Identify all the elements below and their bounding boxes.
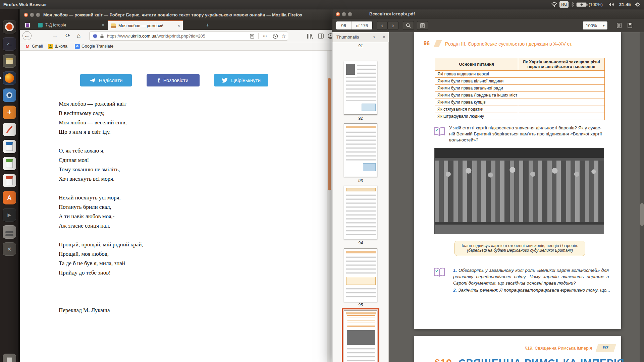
bluetooth-icon[interactable] xyxy=(571,2,574,7)
scrollbar-thumb[interactable] xyxy=(328,78,331,190)
volume-icon[interactable] xyxy=(608,2,614,7)
ubuntu-logo-icon xyxy=(5,22,14,31)
bookmark-gmail[interactable]: Gmail xyxy=(32,42,43,51)
battery-percent[interactable]: (100%) xyxy=(589,0,603,9)
close-sidebar-icon[interactable]: × xyxy=(383,32,385,42)
letter-a-icon: A xyxy=(7,194,12,201)
pinned-tab[interactable] xyxy=(25,23,30,27)
mini-photo xyxy=(347,330,375,345)
minimize-button[interactable] xyxy=(30,13,34,17)
telegram-share-button[interactable]: Надіслати xyxy=(80,74,132,86)
session-gear-icon[interactable] xyxy=(635,2,641,7)
dock-item-files[interactable] xyxy=(3,54,16,68)
reader-view-icon[interactable] xyxy=(250,34,254,39)
window-title: Всесвітня історія.pdf xyxy=(369,9,415,19)
pocket-icon[interactable] xyxy=(273,34,278,39)
poem-stanza-4: Прощай, прощай, мій рідний край,Прощай, … xyxy=(59,240,143,278)
task-number: 2. xyxy=(453,288,457,293)
dock-item-calc[interactable] xyxy=(3,157,16,170)
maximize-button[interactable] xyxy=(36,13,40,17)
forward-button[interactable]: → xyxy=(51,30,59,42)
thumbnails-sidebar: Thumbnails ▾ × 91 92 93 94 xyxy=(332,32,389,362)
dock-item-archive[interactable] xyxy=(3,225,16,239)
bookmark-google-translate[interactable]: Google Translate xyxy=(82,42,113,51)
pdf-scrollbar-thumb[interactable] xyxy=(640,203,644,226)
thumbnail-page-95[interactable] xyxy=(344,248,377,302)
thumbnail-page-93[interactable] xyxy=(344,123,377,177)
keyboard-layout-indicator[interactable]: Ru xyxy=(559,1,569,8)
page-number-input[interactable]: 96 xyxy=(336,21,352,29)
bookmark-school[interactable]: Школа xyxy=(55,42,67,51)
previous-page-button[interactable]: ‹ xyxy=(377,21,388,30)
zoom-dropdown[interactable]: 100% ▾ xyxy=(582,21,608,30)
home-button[interactable]: ⌂ xyxy=(74,30,83,42)
search-button[interactable] xyxy=(403,21,414,30)
dock-item-firefox[interactable] xyxy=(3,71,16,85)
tab-close-icon[interactable]: × xyxy=(102,20,104,30)
dock-item-editor[interactable] xyxy=(3,123,16,136)
impress-doc-icon xyxy=(6,176,13,185)
dock-item-terminal[interactable]: >_ xyxy=(3,37,16,51)
question-text: У якій статті хартії підкреслено значенн… xyxy=(449,125,609,143)
dock-item-dash[interactable] xyxy=(3,20,16,34)
minimize-button[interactable] xyxy=(342,12,346,16)
dock-item-app-store[interactable]: A xyxy=(3,191,16,204)
sidebar-toggle-icon[interactable] xyxy=(318,34,324,39)
header-decoration xyxy=(434,40,442,47)
pdf-titlebar[interactable]: × Всесвітня історія.pdf xyxy=(332,9,644,19)
pdf-scrollbar-track[interactable] xyxy=(640,32,644,362)
caption-line2: (барельєф на будівлі Верховного суду Вел… xyxy=(455,248,585,253)
top-panel: Firefox Web Browser Ru (100%) 21:45 xyxy=(0,0,644,9)
next-page-button[interactable]: › xyxy=(387,21,398,30)
dock-item-impress[interactable] xyxy=(3,174,16,187)
lock-icon[interactable] xyxy=(100,34,104,39)
thumb-label-92: 92 xyxy=(332,116,389,121)
thumbnail-page-94[interactable] xyxy=(344,186,377,239)
dock-item-trash[interactable] xyxy=(3,354,16,362)
url-text[interactable]: https://www.ukrlib.com.ua/world/printit.… xyxy=(107,32,205,40)
dock-item-software-center[interactable]: + xyxy=(3,106,16,119)
tab-poem-active[interactable]: Моя любов — рожевий × xyxy=(108,20,183,30)
sidebar-toggle-button[interactable] xyxy=(417,21,428,30)
twitter-bird-icon xyxy=(222,78,228,83)
reload-button[interactable]: ⟳ xyxy=(63,30,72,42)
active-app-title: Firefox Web Browser xyxy=(3,0,47,9)
facebook-share-button[interactable]: f Розповісти xyxy=(147,74,200,86)
poem-stanza-1: Моя любов — рожевий квітВ весінньому сад… xyxy=(59,99,127,137)
url-bar[interactable]: https://www.ukrlib.com.ua/world/printit.… xyxy=(89,32,288,41)
dock-item-camera[interactable] xyxy=(3,88,16,102)
thumbnail-page-96-selected[interactable] xyxy=(344,310,377,362)
chevron-down-icon[interactable]: ▾ xyxy=(373,32,375,42)
clock[interactable]: 21:45 xyxy=(619,0,631,9)
thumbnail-page-92[interactable] xyxy=(344,61,377,115)
close-button[interactable]: × xyxy=(24,13,28,17)
dock-item-tools[interactable]: ✕ xyxy=(3,242,16,256)
search-icon xyxy=(406,23,411,28)
close-button[interactable]: × xyxy=(336,12,340,16)
section-heading-text: СВЯЩЕННА РИМСЬКА ІМПЕРІЯ xyxy=(459,357,625,362)
tab-close-icon[interactable]: × xyxy=(177,21,180,31)
twitter-share-button[interactable]: Цвірінькнути xyxy=(214,74,268,86)
dock-item-writer[interactable] xyxy=(3,140,16,153)
pen-icon xyxy=(6,126,13,133)
battery-icon[interactable] xyxy=(576,2,588,7)
tab-history-class[interactable]: 7-Д Історія × xyxy=(35,20,107,30)
table-col2-header: Як Хартія вольностей захищала різні верс… xyxy=(518,60,604,69)
bookmark-star-icon[interactable]: ☆ xyxy=(281,32,286,40)
library-icon[interactable] xyxy=(307,34,313,39)
share-button-label: Надіслати xyxy=(99,77,123,83)
firefox-icon xyxy=(5,73,14,83)
bas-relief-photo xyxy=(434,148,604,234)
dock-item-media-player[interactable]: ▶ xyxy=(3,208,16,222)
wifi-icon[interactable] xyxy=(551,2,557,7)
new-tab-button[interactable]: + xyxy=(204,20,212,30)
maximize-button[interactable] xyxy=(348,12,352,16)
bookmarks-button[interactable] xyxy=(625,21,635,30)
annotation-button[interactable] xyxy=(614,21,624,30)
page-number: 97 xyxy=(597,345,615,350)
charter-table: Основні питання Як Хартія вольностей зах… xyxy=(435,58,605,120)
back-button[interactable]: ← xyxy=(22,31,32,40)
firefox-titlebar[interactable]: × Моя любов — рожевий квіт — Роберт Берн… xyxy=(20,9,332,20)
tracking-shield-icon[interactable] xyxy=(93,34,97,39)
page-actions-icon[interactable]: ••• xyxy=(263,32,267,40)
